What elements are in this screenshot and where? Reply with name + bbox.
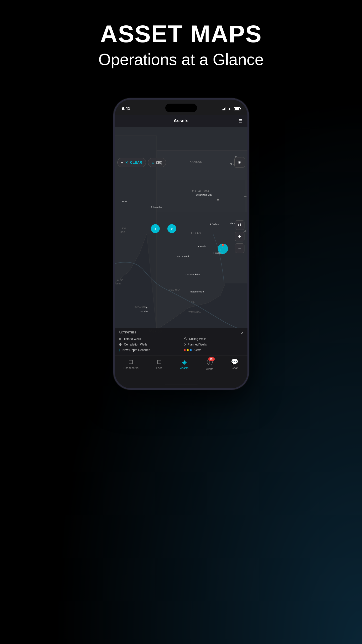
svg-text:hahua: hahua [115, 282, 121, 285]
svg-point-19 [151, 206, 152, 208]
planned-wells-circle [184, 344, 186, 346]
tab-alerts[interactable]: ⓘ 99+ Alerts [206, 358, 213, 370]
toolbar: ≡ ✕ CLEAR ◇ (30) ⊞ [117, 157, 245, 168]
status-icons: ▲ [222, 107, 240, 111]
svg-text:OKLAHOMA: OKLAHOMA [192, 190, 209, 193]
legend-planned-wells: Planned Wells [184, 342, 243, 347]
svg-point-27 [198, 246, 199, 247]
legend-new-depth: ↓ New Depth Reached [119, 348, 179, 352]
svg-point-24 [210, 224, 211, 225]
svg-text:9: 9 [171, 227, 173, 230]
svg-text:San Antonio: San Antonio [177, 255, 190, 258]
drilling-wells-label: Drilling Wells [189, 337, 206, 341]
layers-icon: ⊞ [238, 160, 241, 165]
mute-button [113, 140, 114, 150]
alert-blue-dot [190, 349, 192, 351]
activities-header: ACTIVITIES ∧ [119, 330, 243, 334]
map-controls: ↺ + − [235, 220, 244, 253]
alert-yellow-dot [187, 349, 189, 351]
svg-text:Dallas: Dallas [212, 223, 219, 226]
svg-text:AR: AR [244, 195, 247, 198]
alerts-dots [184, 349, 192, 351]
legend-drilling-wells: ⛏ Drilling Wells [184, 337, 243, 341]
menu-icon[interactable]: ☰ [238, 118, 242, 124]
legend-grid: Historic Wells ⛏ Drilling Wells ⚙ Comple… [119, 337, 243, 352]
map-area[interactable]: KANSAS OKLAHOMA TEXAS LORADO EW XICO AHU… [115, 127, 247, 356]
phone-frame: 9:41 ▲ Assets ☰ [113, 98, 249, 390]
status-time: 9:41 [122, 106, 130, 111]
historic-wells-dot [119, 338, 121, 340]
new-depth-icon: ↓ [119, 348, 121, 352]
clear-label: CLEAR [130, 160, 142, 164]
zoom-out-button[interactable]: − [235, 243, 244, 253]
svg-text:TEXAS: TEXAS [191, 232, 201, 235]
phone-screen: 9:41 ▲ Assets ☰ [115, 100, 247, 388]
alert-red-dot [184, 349, 186, 351]
svg-text:EW: EW [122, 227, 126, 230]
svg-text:📍: 📍 [220, 244, 225, 248]
svg-text:COAHUILA: COAHUILA [169, 289, 180, 291]
assets-count-button[interactable]: ◇ (30) [148, 158, 166, 167]
zoom-in-button[interactable]: + [235, 232, 244, 241]
filter-icon: ≡ [121, 160, 123, 164]
alerts-label: Alerts [194, 348, 201, 352]
alerts-label: Alerts [206, 367, 213, 370]
wifi-icon: ▲ [228, 107, 231, 111]
layers-button[interactable]: ⊞ [234, 157, 245, 168]
title-section: ASSET MAPS Operations at a Glance [0, 20, 362, 69]
svg-text:Amarillo: Amarillo [153, 206, 162, 208]
tab-feed[interactable]: ⊟ Feed [156, 358, 163, 369]
activities-title: ACTIVITIES [119, 331, 137, 334]
chat-label: Chat [232, 366, 238, 369]
page-subtitle: Operations at a Glance [0, 50, 362, 69]
activities-chevron-icon[interactable]: ∧ [241, 330, 243, 334]
svg-text:AHUA: AHUA [117, 279, 123, 281]
legend-historic-wells: Historic Wells [119, 337, 179, 341]
svg-text:ta Fe: ta Fe [122, 200, 127, 203]
dashboards-label: Dashboards [124, 366, 138, 369]
alerts-icon: ⓘ 99+ [207, 358, 213, 366]
svg-text:Matamoros: Matamoros [190, 290, 202, 293]
svg-text:XICO: XICO [120, 231, 125, 233]
chat-icon: 💬 [231, 358, 238, 365]
battery-icon [234, 107, 240, 110]
legend-alerts: Alerts [184, 348, 243, 352]
filter-button[interactable]: ≡ ✕ CLEAR [117, 158, 146, 167]
clear-x-icon: ✕ [125, 160, 128, 164]
svg-text:Corpus Christi: Corpus Christi [185, 273, 200, 276]
tab-assets[interactable]: ◈ Assets [180, 358, 188, 369]
feed-icon: ⊟ [157, 358, 162, 365]
signal-icon [222, 107, 226, 110]
svg-text:TAMAULIPA: TAMAULIPA [188, 311, 201, 313]
drilling-wells-icon: ⛏ [184, 337, 187, 341]
legend-completion-wells: ⚙ Completion Wells [119, 342, 179, 347]
dashboards-icon: ⊡ [128, 358, 133, 365]
recenter-button[interactable]: ↺ [235, 220, 244, 230]
historic-wells-label: Historic Wells [123, 337, 141, 341]
feed-label: Feed [156, 366, 163, 369]
new-depth-label: New Depth Reached [123, 348, 150, 352]
tab-dashboards[interactable]: ⊡ Dashboards [124, 358, 138, 369]
svg-point-37 [146, 307, 147, 309]
planned-wells-label: Planned Wells [188, 343, 207, 346]
svg-text:N.L.: N.L. [191, 301, 195, 303]
svg-point-35 [202, 291, 204, 292]
power-button [248, 162, 249, 188]
page-title: ASSET MAPS [0, 20, 362, 48]
nav-title: Assets [174, 118, 188, 123]
assets-count: (30) [156, 160, 162, 164]
volume-down-button [113, 178, 114, 195]
activities-panel: ACTIVITIES ∧ Historic Wells ⛏ Drilling W… [115, 328, 247, 356]
dynamic-island [165, 104, 197, 112]
assets-label: Assets [180, 366, 188, 369]
assets-diamond-icon: ◇ [152, 160, 154, 164]
tab-chat[interactable]: 💬 Chat [231, 358, 238, 369]
completion-wells-label: Completion Wells [124, 343, 147, 346]
svg-text:DURANGO: DURANGO [134, 306, 146, 308]
svg-text:Oklahoma City: Oklahoma City [196, 193, 212, 196]
svg-text:4: 4 [154, 227, 156, 230]
tab-bar: ⊡ Dashboards ⊟ Feed ◈ Assets ⓘ 99+ Alert… [115, 356, 247, 388]
nav-bar: Assets ☰ [115, 115, 247, 127]
assets-icon: ◈ [182, 358, 187, 365]
svg-text:Torreón: Torreón [139, 310, 147, 313]
